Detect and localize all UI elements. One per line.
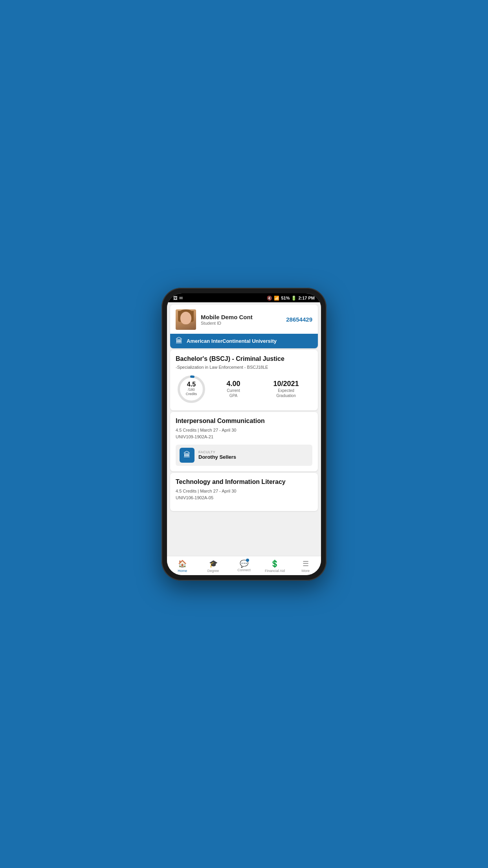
- student-id-label: Student ID: [201, 321, 281, 326]
- financial-icon: 💲: [270, 559, 279, 568]
- status-left-icons: 🖼 ✉: [173, 296, 183, 301]
- course-card-0[interactable]: Interpersonal Communication 4.5 Credits …: [170, 412, 318, 471]
- course-card-1[interactable]: Technology and Information Literacy 4.5 …: [170, 473, 318, 511]
- faculty-info-0: FACULTY Dorothy Sellers: [198, 450, 236, 460]
- phone-screen: 🖼 ✉ 🔇 📶 51% 🔋 2:17 PM: [167, 293, 321, 575]
- signal-text: 51%: [281, 296, 290, 300]
- university-name: American InterContinental University: [187, 338, 277, 344]
- course-credits-1: 4.5 Credits | March 27 - April 30: [176, 489, 236, 493]
- profile-top: Mobile Demo Cont Student ID 28654429: [176, 309, 312, 334]
- degree-card: Bachelor's (BSCJ) - Criminal Justice -Sp…: [170, 350, 318, 410]
- bottom-spacer: [167, 513, 321, 516]
- university-icon: 🏛: [176, 337, 183, 345]
- progress-circle: 4.5 /180 Credits: [176, 373, 207, 405]
- credits-label: Credits: [186, 392, 197, 397]
- degree-title: Bachelor's (BSCJ) - Criminal Justice: [176, 355, 312, 362]
- profile-info: Mobile Demo Cont Student ID: [201, 314, 281, 326]
- course-details-1: 4.5 Credits | March 27 - April 30 UNIV10…: [176, 488, 312, 502]
- photo-icon: 🖼: [173, 296, 178, 300]
- bottom-nav: 🏠 Home 🎓 Degree 💬 Connect 💲 Financial Ai…: [167, 556, 321, 575]
- battery-icon: 🔋: [291, 296, 297, 301]
- nav-financial-label: Financial Aid: [265, 569, 285, 573]
- degree-stats: 4.5 /180 Credits 4.00 CurrentGPA 10/2021…: [176, 373, 312, 405]
- profile-card: Mobile Demo Cont Student ID 28654429 🏛 A…: [170, 305, 318, 348]
- degree-icon: 🎓: [209, 559, 218, 568]
- avatar-face: [180, 312, 191, 324]
- graduation-label: ExpectedGraduation: [260, 388, 312, 398]
- faculty-row-0[interactable]: 🏛 FACULTY Dorothy Sellers: [176, 445, 312, 466]
- course-title-0: Interpersonal Communication: [176, 417, 312, 425]
- nav-connect-label: Connect: [237, 568, 251, 572]
- nav-connect[interactable]: 💬 Connect: [229, 556, 259, 575]
- course-details-0: 4.5 Credits | March 27 - April 30 UNIV10…: [176, 427, 312, 441]
- course-code-0: UNIV109-1902A-21: [176, 434, 213, 439]
- university-banner[interactable]: 🏛 American InterContinental University: [170, 334, 318, 348]
- gpa-value: 4.00: [207, 380, 260, 388]
- faculty-label-0: FACULTY: [198, 450, 236, 454]
- status-bar: 🖼 ✉ 🔇 📶 51% 🔋 2:17 PM: [167, 293, 321, 302]
- wifi-icon: 📶: [274, 296, 279, 301]
- gpa-label: CurrentGPA: [207, 388, 260, 398]
- graduation-stat: 10/2021 ExpectedGraduation: [260, 380, 312, 398]
- nav-more[interactable]: ☰ More: [290, 556, 321, 575]
- gpa-stat: 4.00 CurrentGPA: [207, 380, 260, 398]
- connect-badge: [246, 559, 249, 562]
- status-right-info: 🔇 📶 51% 🔋 2:17 PM: [267, 296, 315, 301]
- credits-total: /180: [186, 388, 197, 392]
- student-id-value: 28654429: [286, 316, 312, 323]
- connect-icon-wrap: 💬: [240, 559, 248, 568]
- credits-value: 4.5: [186, 381, 197, 388]
- home-icon: 🏠: [178, 559, 187, 568]
- faculty-name-0: Dorothy Sellers: [198, 454, 236, 460]
- graduation-value: 10/2021: [260, 380, 312, 388]
- faculty-icon-box-0: 🏛: [180, 448, 194, 463]
- phone-device: 🖼 ✉ 🔇 📶 51% 🔋 2:17 PM: [161, 288, 327, 581]
- course-code-1: UNIV106-1902A-05: [176, 495, 213, 500]
- avatar-image: [176, 309, 196, 330]
- avatar: [176, 309, 196, 330]
- nav-degree[interactable]: 🎓 Degree: [198, 556, 228, 575]
- nav-home-label: Home: [178, 569, 187, 573]
- faculty-pillar-icon-0: 🏛: [183, 451, 191, 459]
- progress-center: 4.5 /180 Credits: [186, 381, 197, 397]
- degree-specialization: -Specialization in Law Enforcement - BSC…: [176, 365, 312, 370]
- course-credits-0: 4.5 Credits | March 27 - April 30: [176, 428, 236, 432]
- time-display: 2:17 PM: [298, 296, 315, 300]
- mail-icon: ✉: [179, 296, 183, 301]
- mute-icon: 🔇: [267, 296, 272, 301]
- main-scroll[interactable]: Mobile Demo Cont Student ID 28654429 🏛 A…: [167, 302, 321, 556]
- nav-financial-aid[interactable]: 💲 Financial Aid: [259, 556, 290, 575]
- nav-home[interactable]: 🏠 Home: [167, 556, 198, 575]
- profile-name: Mobile Demo Cont: [201, 314, 281, 320]
- nav-degree-label: Degree: [207, 569, 219, 573]
- more-icon: ☰: [303, 559, 309, 568]
- nav-more-label: More: [302, 569, 310, 573]
- course-title-1: Technology and Information Literacy: [176, 478, 312, 485]
